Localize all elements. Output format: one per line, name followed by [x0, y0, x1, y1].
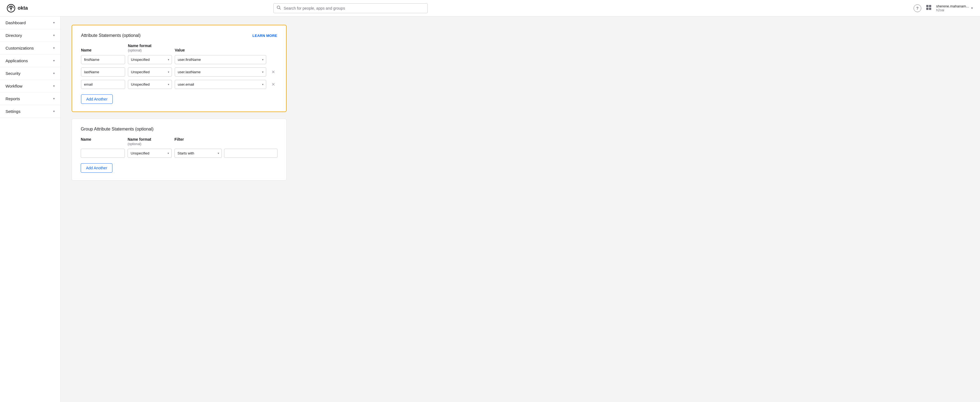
chevron-icon: ▾ [53, 84, 55, 88]
search-container [274, 3, 428, 13]
group-col-header-name-format-wrap: Name format (optional) [127, 137, 172, 146]
sidebar-item-customizations[interactable]: Customizations ▾ [0, 42, 60, 54]
sidebar-item-label: Directory [5, 33, 22, 38]
attr-value-select-1[interactable]: user.firstName user.lastName user.email … [175, 55, 266, 64]
attr-value-select-wrap-3: user.firstName user.lastName user.email … [175, 80, 266, 89]
filter-type-select-1[interactable]: Starts with Equals Contains Regex [175, 149, 222, 158]
chevron-icon: ▾ [53, 71, 55, 75]
sidebar: Dashboard ▾ Directory ▾ Customizations ▾… [0, 16, 60, 402]
sidebar-item-label: Security [5, 71, 21, 76]
col-header-name: Name [81, 48, 125, 52]
search-icon [277, 5, 281, 11]
sidebar-item-settings[interactable]: Settings ▾ [0, 105, 60, 118]
attr-value-select-2[interactable]: user.firstName user.lastName user.email … [175, 68, 266, 76]
svg-rect-6 [929, 5, 931, 7]
group-attr-row: Unspecified URI Reference Basic ▾ Starts… [81, 149, 277, 158]
chevron-icon: ▾ [53, 46, 55, 50]
attr-name-format-select-3[interactable]: Unspecified URI Reference Basic [128, 80, 172, 89]
group-col-subheader-optional: (optional) [127, 142, 142, 146]
svg-line-4 [280, 8, 281, 9]
okta-logo-icon [6, 4, 16, 13]
attr-row: Unspecified URI Reference Basic ▾ user.f… [81, 68, 277, 76]
chevron-icon: ▾ [53, 97, 55, 100]
attribute-statements-title: Attribute Statements (optional) [81, 33, 140, 38]
logo[interactable]: okta [6, 4, 28, 13]
nav-right: ? sherene.mahanam... h2oai ▼ [913, 4, 974, 12]
apps-grid-icon[interactable] [926, 5, 932, 12]
card-header: Attribute Statements (optional) LEARN MO… [81, 33, 277, 38]
attr-column-headers: Name Name format (optional) Value [81, 43, 277, 52]
attr-value-select-wrap-1: user.firstName user.lastName user.email … [175, 55, 266, 64]
group-col-header-filter: Filter [175, 137, 277, 146]
sidebar-item-label: Applications [5, 59, 28, 63]
layout: Dashboard ▾ Directory ▾ Customizations ▾… [0, 16, 980, 402]
attr-name-input-3[interactable] [81, 80, 125, 89]
chevron-icon: ▾ [53, 33, 55, 37]
group-attr-name-input-1[interactable] [81, 149, 125, 158]
sidebar-item-directory[interactable]: Directory ▾ [0, 29, 60, 42]
add-another-button[interactable]: Add Another [81, 95, 113, 104]
search-input[interactable] [274, 3, 428, 13]
user-menu[interactable]: sherene.mahanam... h2oai ▼ [936, 4, 974, 12]
sidebar-item-label: Settings [5, 109, 21, 114]
sidebar-item-label: Workflow [5, 84, 22, 89]
learn-more-link[interactable]: LEARN MORE [253, 33, 277, 38]
user-org: h2oai [936, 8, 969, 12]
sidebar-item-applications[interactable]: Applications ▾ [0, 54, 60, 67]
logo-text: okta [18, 5, 28, 11]
card-header-group: Group Attribute Statements (optional) [81, 127, 277, 131]
chevron-icon: ▾ [53, 59, 55, 62]
attr-value-select-wrap-2: user.firstName user.lastName user.email … [175, 68, 266, 76]
attribute-statements-card: Attribute Statements (optional) LEARN MO… [72, 25, 286, 112]
attr-name-format-select-wrap-2: Unspecified URI Reference Basic ▾ [128, 68, 172, 76]
sidebar-item-workflow[interactable]: Workflow ▾ [0, 80, 60, 92]
attr-name-input-1[interactable] [81, 55, 125, 64]
group-attr-name-format-select-wrap-1: Unspecified URI Reference Basic ▾ [127, 149, 172, 158]
svg-rect-8 [929, 8, 931, 10]
attr-value-select-3[interactable]: user.firstName user.lastName user.email … [175, 80, 266, 89]
svg-rect-7 [926, 8, 929, 10]
filter-wrap: Starts with Equals Contains Regex ▾ [175, 149, 277, 158]
sidebar-item-security[interactable]: Security ▾ [0, 67, 60, 80]
attr-name-format-select-2[interactable]: Unspecified URI Reference Basic [128, 68, 172, 76]
user-menu-chevron-icon: ▼ [970, 6, 974, 9]
col-subheader-optional: (optional) [128, 49, 142, 52]
group-attribute-statements-card: Group Attribute Statements (optional) Na… [72, 119, 286, 180]
attr-name-format-select-1[interactable]: Unspecified URI Reference Basic [128, 55, 172, 64]
group-attr-column-headers: Name Name format (optional) Filter [81, 137, 277, 146]
filter-select-wrap-1: Starts with Equals Contains Regex ▾ [175, 149, 222, 158]
svg-point-2 [10, 8, 12, 9]
filter-value-input-1[interactable] [224, 149, 277, 158]
chevron-icon: ▾ [53, 21, 55, 24]
attr-row: Unspecified URI Reference Basic ▾ user.f… [81, 55, 277, 64]
group-add-another-button[interactable]: Add Another [81, 163, 113, 173]
help-button[interactable]: ? [913, 5, 921, 12]
col-header-name-format: Name format [128, 43, 151, 48]
user-name: sherene.mahanam... [936, 4, 969, 8]
col-header-name-format-wrap: Name format (optional) [128, 43, 172, 52]
svg-rect-5 [926, 5, 929, 7]
top-nav: okta ? sherene.mahanam... h2oai ▼ [0, 0, 980, 16]
col-header-value: Value [175, 48, 266, 52]
chevron-icon: ▾ [53, 109, 55, 113]
attr-name-input-2[interactable] [81, 68, 125, 76]
sidebar-item-label: Customizations [5, 46, 34, 51]
attr-name-format-select-wrap-1: Unspecified URI Reference Basic ▾ [128, 55, 172, 64]
sidebar-item-label: Dashboard [5, 21, 25, 25]
attr-row: Unspecified URI Reference Basic ▾ user.f… [81, 80, 277, 89]
sidebar-item-dashboard[interactable]: Dashboard ▾ [0, 16, 60, 29]
main-content: Attribute Statements (optional) LEARN MO… [60, 16, 980, 402]
group-attr-name-format-select-1[interactable]: Unspecified URI Reference Basic [127, 149, 172, 158]
remove-row-2-button[interactable]: ✕ [269, 68, 277, 76]
sidebar-item-label: Reports [5, 97, 20, 101]
group-col-header-name-format: Name format [127, 137, 151, 141]
sidebar-item-reports[interactable]: Reports ▾ [0, 92, 60, 105]
group-col-header-name: Name [81, 137, 125, 146]
attr-name-format-select-wrap-3: Unspecified URI Reference Basic ▾ [128, 80, 172, 89]
group-attribute-statements-title: Group Attribute Statements (optional) [81, 127, 153, 131]
remove-row-3-button[interactable]: ✕ [269, 81, 277, 88]
